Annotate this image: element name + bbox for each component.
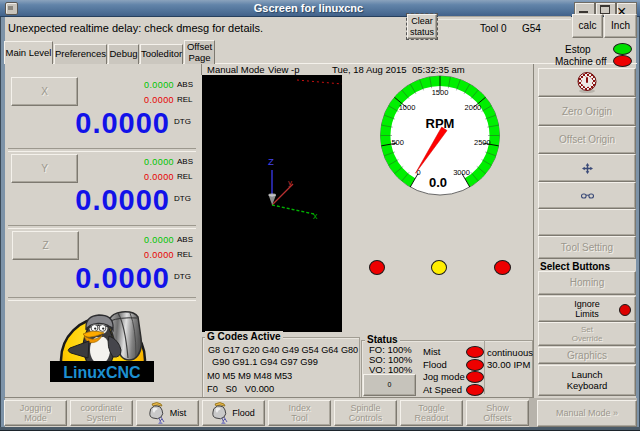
- svg-text:1500: 1500: [432, 88, 449, 97]
- svg-text:RPM: RPM: [426, 116, 455, 131]
- svg-text:0: 0: [416, 168, 420, 177]
- svg-text:2000: 2000: [465, 103, 482, 112]
- svg-text:Z: Z: [268, 156, 274, 167]
- svg-text:0.0: 0.0: [429, 175, 447, 190]
- svg-text:3000: 3000: [453, 168, 470, 177]
- svg-text:2500: 2500: [474, 138, 491, 147]
- svg-text:500: 500: [391, 138, 404, 147]
- svg-text:1000: 1000: [399, 103, 416, 112]
- svg-text:y: y: [288, 178, 292, 187]
- svg-text:LinuxCNC: LinuxCNC: [63, 364, 141, 381]
- svg-text:x: x: [313, 211, 318, 221]
